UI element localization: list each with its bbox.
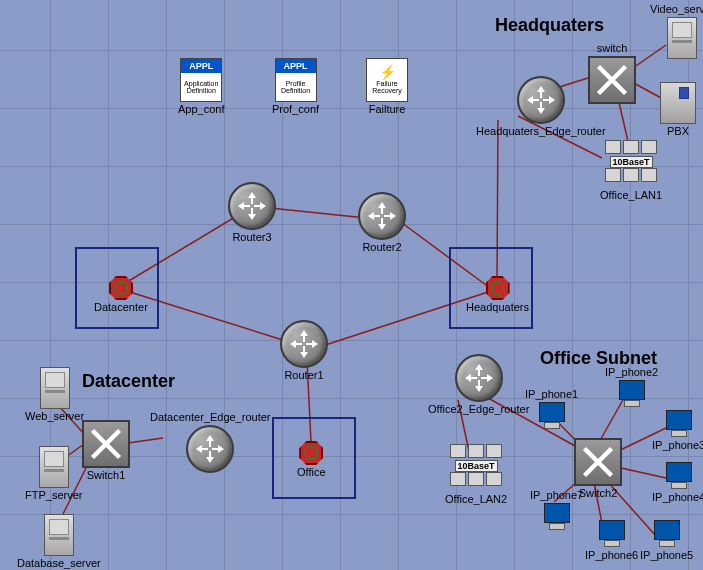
video-server-label: Video_server xyxy=(650,4,703,15)
appl-head: APPL xyxy=(276,59,316,73)
office-subnet-label: Office xyxy=(297,467,326,478)
prof-conf-label: Prof_conf xyxy=(272,104,319,115)
ip-phone7[interactable]: IP_phone7 xyxy=(530,490,583,531)
datacenter-subnet[interactable]: Datacenter xyxy=(94,276,148,313)
failure-object[interactable]: ⚡ FailureRecovery Failture xyxy=(366,58,408,115)
lan-icon: 10BaseT xyxy=(450,444,502,492)
appl-icon: APPL ProfileDefinition xyxy=(275,58,317,102)
pbx[interactable]: PBX xyxy=(660,82,696,137)
ip-phone4[interactable]: IP_phone4 xyxy=(652,462,703,503)
lan-icon: 10BaseT xyxy=(605,140,657,188)
datacenter-switch[interactable]: Switch1 xyxy=(82,420,130,481)
office2-edge-label: Office2_Edge_router xyxy=(428,404,529,415)
datacenter-switch-label: Switch1 xyxy=(87,470,126,481)
web-server-label: Web_server xyxy=(25,411,84,422)
web-server[interactable]: Web_server xyxy=(25,367,84,422)
appl-icon: APPL ApplicationDefinition xyxy=(180,58,222,102)
office-lan2[interactable]: 10BaseT Office_LAN2 xyxy=(445,444,507,505)
office-lan1-label: Office_LAN1 xyxy=(600,190,662,201)
router3[interactable]: Router3 xyxy=(228,182,276,243)
app-conf-object[interactable]: APPL ApplicationDefinition App_conf xyxy=(178,58,224,115)
failure-icon: ⚡ FailureRecovery xyxy=(366,58,408,102)
router2-label: Router2 xyxy=(362,242,401,253)
ip-phone2[interactable]: IP_phone2 xyxy=(605,367,658,408)
prof-conf-object[interactable]: APPL ProfileDefinition Prof_conf xyxy=(272,58,319,115)
router3-label: Router3 xyxy=(232,232,271,243)
hq-title: Headquaters xyxy=(495,15,604,36)
appl-head: APPL xyxy=(181,59,221,73)
ftp-server-label: FTP_server xyxy=(25,490,82,501)
ip-phone1[interactable]: IP_phone1 xyxy=(525,389,578,430)
hq-edge-label: Headquaters_Edge_router xyxy=(476,126,606,137)
office-lan1[interactable]: 10BaseT Office_LAN1 xyxy=(600,140,662,201)
app-conf-label: App_conf xyxy=(178,104,224,115)
office-subnet-node[interactable]: Office xyxy=(297,441,326,478)
ftp-server[interactable]: FTP_server xyxy=(25,446,82,501)
switch2-label: Switch2 xyxy=(579,488,618,499)
ip-phone5[interactable]: IP_phone5 xyxy=(640,520,693,561)
pbx-label: PBX xyxy=(667,126,689,137)
ip-phone3[interactable]: IP_phone3 xyxy=(652,410,703,451)
router1-label: Router1 xyxy=(284,370,323,381)
office2-edge-router[interactable]: Office2_Edge_router xyxy=(428,354,529,415)
router1[interactable]: Router1 xyxy=(280,320,328,381)
video-server[interactable]: Video_server xyxy=(650,4,703,59)
hq-switch-label: switch xyxy=(597,43,628,54)
dc-edge-label: Datacenter_Edge_router xyxy=(150,412,270,423)
database-server[interactable]: Database_server xyxy=(17,514,101,569)
hq-switch[interactable]: switch xyxy=(588,43,636,104)
datacenter-edge-router[interactable]: Datacenter_Edge_router xyxy=(150,412,270,473)
office-lan2-label: Office_LAN2 xyxy=(445,494,507,505)
hq-subnet-label: Headquaters xyxy=(466,302,529,313)
ip-phone6[interactable]: IP_phone6 xyxy=(585,520,638,561)
hq-subnet[interactable]: Headquaters xyxy=(466,276,529,313)
datacenter-subnet-label: Datacenter xyxy=(94,302,148,313)
dc-title: Datacenter xyxy=(82,371,175,392)
failure-label: Failture xyxy=(369,104,406,115)
router2[interactable]: Router2 xyxy=(358,192,406,253)
database-server-label: Database_server xyxy=(17,558,101,569)
hq-edge-router[interactable]: Headquaters_Edge_router xyxy=(476,76,606,137)
